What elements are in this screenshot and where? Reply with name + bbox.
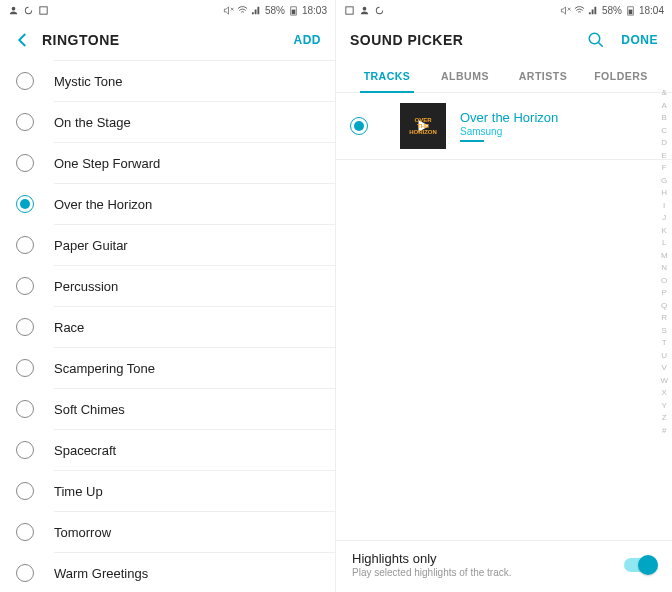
radio-icon[interactable] xyxy=(16,72,34,90)
svg-rect-4 xyxy=(346,6,353,13)
album-art[interactable]: OVERTHEHORIZON xyxy=(400,103,446,149)
page-title: SOUND PICKER xyxy=(350,32,463,48)
ringtone-item[interactable]: Mystic Tone xyxy=(0,61,335,101)
add-button[interactable]: ADD xyxy=(294,33,322,47)
ringtone-item[interactable]: Over the Horizon xyxy=(0,184,335,224)
radio-icon[interactable] xyxy=(16,318,34,336)
ringtone-label: Spacecraft xyxy=(54,443,116,458)
ringtone-label: Over the Horizon xyxy=(54,197,152,212)
svg-line-9 xyxy=(599,42,604,47)
tabs: TRACKS ALBUMS ARTISTS FOLDERS xyxy=(336,60,672,93)
ringtone-item[interactable]: Warm Greetings xyxy=(0,553,335,592)
radio-icon[interactable] xyxy=(16,482,34,500)
ringtone-label: On the Stage xyxy=(54,115,131,130)
tab-tracks[interactable]: TRACKS xyxy=(348,60,426,92)
ringtone-label: Scampering Tone xyxy=(54,361,155,376)
track-item[interactable]: OVERTHEHORIZON Over the Horizon Samsung xyxy=(336,93,672,160)
signal-icon xyxy=(251,5,262,16)
playback-progress xyxy=(460,140,484,142)
radio-icon[interactable] xyxy=(350,117,368,135)
tab-albums[interactable]: ALBUMS xyxy=(426,60,504,92)
header: RINGTONE ADD xyxy=(0,20,335,60)
svg-rect-3 xyxy=(292,9,296,14)
highlights-sub: Play selected highlights of the track. xyxy=(352,567,512,578)
ringtone-item[interactable]: Time Up xyxy=(0,471,335,511)
highlights-title: Highlights only xyxy=(352,551,512,566)
screenshot-icon xyxy=(344,5,355,16)
person-icon xyxy=(359,5,370,16)
radio-icon[interactable] xyxy=(16,400,34,418)
ringtone-label: Time Up xyxy=(54,484,103,499)
ringtone-label: Warm Greetings xyxy=(54,566,148,581)
wifi-icon xyxy=(237,5,248,16)
page-title: RINGTONE xyxy=(42,32,120,48)
battery-icon xyxy=(625,5,636,16)
highlights-footer: Highlights only Play selected highlights… xyxy=(336,540,672,592)
sync-icon xyxy=(23,5,34,16)
radio-icon[interactable] xyxy=(16,236,34,254)
radio-icon[interactable] xyxy=(16,154,34,172)
svg-point-0 xyxy=(12,6,16,10)
radio-icon[interactable] xyxy=(16,359,34,377)
svg-point-5 xyxy=(363,6,367,10)
highlights-toggle[interactable] xyxy=(624,558,656,572)
person-icon xyxy=(8,5,19,16)
battery-text: 58% xyxy=(602,5,622,16)
ringtone-item[interactable]: Paper Guitar xyxy=(0,225,335,265)
ringtone-item[interactable]: Tomorrow xyxy=(0,512,335,552)
signal-icon xyxy=(588,5,599,16)
radio-icon[interactable] xyxy=(16,195,34,213)
clock-text: 18:04 xyxy=(639,5,664,16)
radio-icon[interactable] xyxy=(16,277,34,295)
ringtone-label: Race xyxy=(54,320,84,335)
ringtone-item[interactable]: Soft Chimes xyxy=(0,389,335,429)
radio-icon[interactable] xyxy=(16,441,34,459)
wifi-icon xyxy=(574,5,585,16)
ringtone-item[interactable]: Percussion xyxy=(0,266,335,306)
clock-text: 18:03 xyxy=(302,5,327,16)
status-bar: 58% 18:04 xyxy=(336,0,672,20)
search-icon[interactable] xyxy=(587,31,605,49)
radio-icon[interactable] xyxy=(16,564,34,582)
sync-icon xyxy=(374,5,385,16)
tab-folders[interactable]: FOLDERS xyxy=(582,60,660,92)
ringtone-screen: 58% 18:03 RINGTONE ADD Mystic Tone On th… xyxy=(0,0,336,592)
radio-icon[interactable] xyxy=(16,113,34,131)
svg-rect-7 xyxy=(629,9,633,14)
ringtone-item[interactable]: Scampering Tone xyxy=(0,348,335,388)
index-scrubber[interactable]: &ABCDEFGHIJKLMNOPQRSTUVWXYZ# xyxy=(660,88,668,435)
track-artist: Samsung xyxy=(460,126,558,137)
mute-icon xyxy=(560,5,571,16)
track-title: Over the Horizon xyxy=(460,110,558,125)
ringtone-label: Soft Chimes xyxy=(54,402,125,417)
ringtone-label: One Step Forward xyxy=(54,156,160,171)
tab-artists[interactable]: ARTISTS xyxy=(504,60,582,92)
svg-point-8 xyxy=(590,33,601,44)
ringtone-label: Percussion xyxy=(54,279,118,294)
radio-icon[interactable] xyxy=(16,523,34,541)
ringtone-label: Tomorrow xyxy=(54,525,111,540)
status-bar: 58% 18:03 xyxy=(0,0,335,20)
ringtone-item[interactable]: Race xyxy=(0,307,335,347)
mute-icon xyxy=(223,5,234,16)
sound-picker-screen: 58% 18:04 SOUND PICKER DONE TRACKS ALBUM… xyxy=(336,0,672,592)
header: SOUND PICKER DONE xyxy=(336,20,672,60)
ringtone-item[interactable]: Spacecraft xyxy=(0,430,335,470)
done-button[interactable]: DONE xyxy=(621,33,658,47)
back-icon[interactable] xyxy=(14,31,32,49)
battery-text: 58% xyxy=(265,5,285,16)
ringtone-item[interactable]: On the Stage xyxy=(0,102,335,142)
ringtone-label: Paper Guitar xyxy=(54,238,128,253)
svg-rect-1 xyxy=(40,6,47,13)
ringtone-label: Mystic Tone xyxy=(54,74,122,89)
ringtone-item[interactable]: One Step Forward xyxy=(0,143,335,183)
ringtone-list: Mystic Tone On the Stage One Step Forwar… xyxy=(0,60,335,592)
battery-icon xyxy=(288,5,299,16)
screenshot-icon xyxy=(38,5,49,16)
